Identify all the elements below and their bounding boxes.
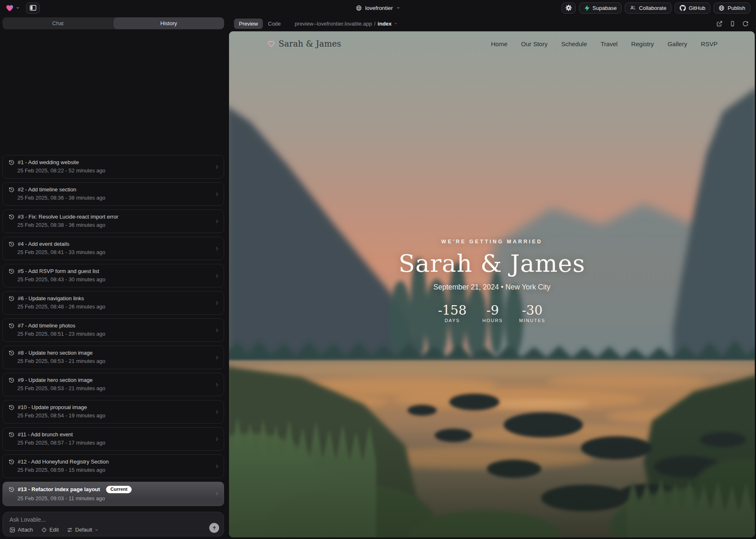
github-button[interactable]: GitHub [675, 2, 710, 14]
default-label: Default [75, 527, 92, 533]
countdown-label: HOURS [482, 318, 503, 323]
ask-lovable-input[interactable] [9, 516, 187, 525]
history-item[interactable]: #13 - Refactor index page layout Current… [2, 482, 224, 506]
settings-button[interactable] [562, 2, 576, 14]
mobile-view-button[interactable] [730, 21, 735, 27]
history-clock-icon [9, 459, 14, 465]
history-item-title: #7 - Add timeline photos [18, 322, 75, 329]
attach-button[interactable]: Attach [9, 527, 33, 533]
sidebar-tabs: Chat History [2, 17, 224, 29]
history-item[interactable]: #8 - Update hero section image 25 Feb 20… [2, 346, 224, 369]
site-nav-link[interactable]: RSVP [701, 40, 718, 47]
chevron-right-icon [214, 164, 220, 169]
history-item-timestamp: 25 Feb 2025, 08:57 - 17 minutes ago [17, 440, 211, 446]
publish-button[interactable]: Publish [713, 2, 750, 14]
tab-history[interactable]: History [113, 17, 224, 29]
history-list: #1 - Add wedding website 25 Feb 2025, 08… [2, 155, 224, 506]
edit-label: Edit [50, 527, 59, 533]
history-item-timestamp: 25 Feb 2025, 08:59 - 15 minutes ago [17, 467, 211, 473]
history-item-title: #4 - Add event details [18, 241, 69, 247]
open-in-new-window-button[interactable] [716, 21, 723, 27]
tab-chat[interactable]: Chat [2, 17, 113, 29]
collaborate-button[interactable]: Collaborate [625, 2, 671, 14]
site-logo-text: Sarah & James [279, 39, 341, 49]
history-item[interactable]: #1 - Add wedding website 25 Feb 2025, 08… [2, 155, 224, 179]
gear-icon [565, 5, 572, 11]
history-item[interactable]: #5 - Add RSVP form and guest list 25 Feb… [2, 264, 224, 287]
history-item[interactable]: #6 - Update navigation links 25 Feb 2025… [2, 291, 224, 315]
globe-icon [356, 5, 362, 11]
supabase-label: Supabase [593, 5, 617, 11]
history-item-title: #1 - Add wedding website [18, 159, 79, 165]
history-item[interactable]: #3 - Fix: Resolve Lucide-react import er… [2, 209, 224, 233]
chevron-right-icon [214, 409, 220, 414]
history-item[interactable]: #11 - Add brunch event 25 Feb 2025, 08:5… [2, 427, 224, 451]
hero-eyebrow: WE'RE GETTING MARRIED [441, 239, 542, 245]
history-clock-icon [9, 432, 14, 438]
history-item[interactable]: #7 - Add timeline photos 25 Feb 2025, 08… [2, 318, 224, 342]
refresh-button[interactable] [742, 21, 749, 27]
history-item[interactable]: #2 - Add timeline section 25 Feb 2025, 0… [2, 182, 224, 206]
site-nav-link[interactable]: Schedule [561, 40, 587, 47]
history-clock-icon [9, 187, 14, 193]
site-nav-link[interactable]: Gallery [668, 40, 687, 47]
collaborate-label: Collaborate [639, 5, 666, 11]
project-switcher[interactable]: lovefrontier [356, 0, 400, 16]
app-topbar: lovefrontier Supabase Collabor [0, 0, 756, 16]
site-nav-link[interactable]: Home [491, 40, 508, 47]
sidebar-toggle-button[interactable] [26, 2, 40, 14]
history-item-timestamp: 25 Feb 2025, 08:43 - 30 minutes ago [17, 276, 211, 282]
history-item[interactable]: #4 - Add event details 25 Feb 2025, 08:4… [2, 237, 224, 260]
countdown-unit: -9 HOURS [479, 303, 506, 323]
history-clock-icon [9, 160, 14, 165]
history-item[interactable]: #12 - Add Honeyfund Registry Section 25 … [2, 454, 224, 478]
tab-preview[interactable]: Preview [234, 19, 263, 29]
history-clock-icon [9, 323, 14, 329]
site-nav-link[interactable]: Travel [600, 40, 617, 47]
preview-toolbar: Preview Code preview--lovefrontier.lovab… [228, 16, 756, 31]
countdown-label: DAYS [444, 318, 460, 323]
history-item-timestamp: 25 Feb 2025, 08:41 - 33 minutes ago [17, 249, 211, 255]
supabase-button[interactable]: Supabase [579, 2, 622, 14]
site-nav-link[interactable]: Registry [631, 40, 654, 47]
history-item[interactable]: #10 - Update proposal image 25 Feb 2025,… [2, 400, 224, 424]
tab-code[interactable]: Code [263, 19, 286, 29]
history-item-title: #3 - Fix: Resolve Lucide-react import er… [18, 214, 118, 220]
edit-button[interactable]: Edit [41, 527, 59, 533]
history-item[interactable]: #9 - Update hero section image 25 Feb 20… [2, 373, 224, 396]
url-host: preview--lovefrontier.lovable.app [295, 21, 372, 27]
history-item-title: #2 - Add timeline section [18, 186, 76, 193]
history-item-title: #6 - Update navigation links [18, 295, 84, 301]
history-item-timestamp: 25 Feb 2025, 08:22 - 52 minutes ago [17, 167, 211, 174]
publish-label: Publish [728, 5, 745, 11]
history-clock-icon [9, 268, 14, 274]
countdown-value: -9 [487, 303, 499, 318]
publish-globe-icon [718, 5, 725, 11]
hero-date-location: September 21, 2024 • New York City [433, 283, 550, 292]
default-mode-button[interactable]: Default [67, 527, 99, 533]
history-clock-icon [9, 405, 14, 410]
preview-url[interactable]: preview--lovefrontier.lovable.app / inde… [295, 21, 398, 27]
history-item-title: #11 - Add brunch event [18, 431, 73, 438]
lovable-logo-icon[interactable] [6, 5, 14, 12]
history-clock-icon [9, 350, 14, 356]
history-item-timestamp: 25 Feb 2025, 09:03 - 11 minutes ago [17, 495, 211, 501]
history-item-timestamp: 25 Feb 2025, 08:36 - 38 minutes ago [17, 195, 211, 201]
chevron-down-icon [394, 21, 398, 26]
history-clock-icon [9, 377, 14, 383]
countdown: -158 DAYS -9 HOURS -30 MINUTES [438, 303, 546, 323]
hero-title: Sarah & James [399, 249, 585, 278]
heart-icon [267, 40, 275, 47]
history-item-title: #13 - Refactor index page layout [18, 486, 100, 492]
site-preview-viewport: Sarah & James HomeOur StoryScheduleTrave… [229, 31, 755, 537]
site-logo[interactable]: Sarah & James [267, 39, 341, 49]
chevron-down-icon[interactable] [16, 6, 20, 10]
history-item-title: #9 - Update hero section image [18, 377, 92, 383]
site-nav-link[interactable]: Our Story [521, 40, 548, 47]
panel-left-icon [30, 5, 36, 11]
crosshair-icon [41, 527, 47, 533]
site-header: Sarah & James HomeOur StoryScheduleTrave… [229, 31, 755, 56]
send-button[interactable] [209, 523, 219, 533]
prompt-composer[interactable]: Attach Edit Default [2, 512, 224, 537]
history-item-title: #8 - Update hero section image [18, 350, 92, 356]
